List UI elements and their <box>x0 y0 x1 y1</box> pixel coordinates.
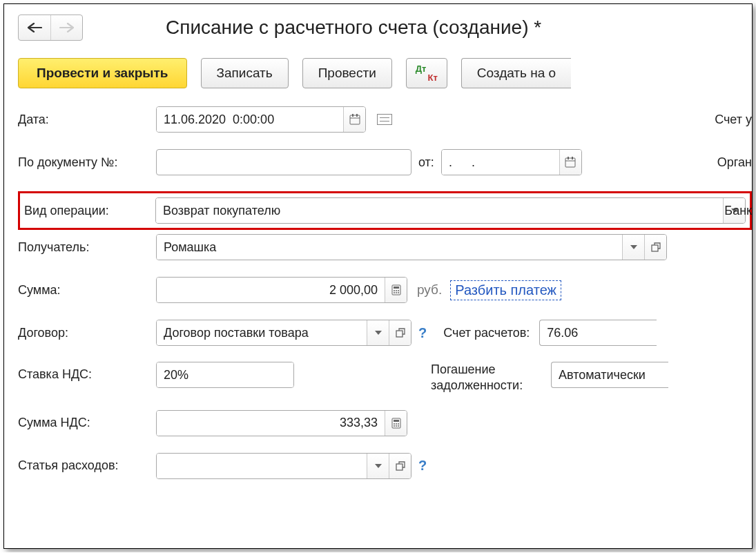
svg-point-13 <box>398 290 399 291</box>
label-account: Счет у <box>687 113 752 127</box>
settlement-account-group: Счет расчетов: <box>443 320 657 346</box>
svg-point-12 <box>396 290 397 291</box>
svg-point-22 <box>398 423 399 425</box>
svg-rect-7 <box>572 157 573 159</box>
svg-rect-6 <box>568 157 569 159</box>
open-icon[interactable] <box>389 454 411 478</box>
svg-rect-10 <box>394 287 399 289</box>
dtkt-button[interactable]: Дт Кт <box>406 58 447 88</box>
debt-repay-group: Погашение задолженности: <box>431 362 668 394</box>
svg-point-25 <box>398 425 399 427</box>
label-doc-no: По документу №: <box>18 155 156 170</box>
calendar-icon[interactable] <box>559 150 581 175</box>
svg-rect-3 <box>356 114 358 117</box>
svg-rect-2 <box>352 114 353 117</box>
page-title: Списание с расчетного счета (создание) * <box>166 17 541 39</box>
calc-icon[interactable] <box>385 411 407 436</box>
svg-point-16 <box>398 292 399 293</box>
contract-input[interactable] <box>157 320 367 345</box>
calc-icon[interactable] <box>385 278 407 302</box>
row-op-type: Вид операции: <box>18 191 752 230</box>
label-sum: Сумма: <box>18 283 156 298</box>
row-recipient: Получатель: <box>18 233 752 261</box>
label-expense-item: Статья расходов: <box>18 458 156 473</box>
recipient-input[interactable] <box>157 235 622 260</box>
doc-no-input[interactable] <box>156 149 411 175</box>
doc-date-input[interactable] <box>442 150 559 175</box>
post-button[interactable]: Провести <box>302 58 392 88</box>
sum-field <box>156 277 407 303</box>
vat-sum-input[interactable] <box>157 411 385 436</box>
open-icon[interactable] <box>389 320 411 345</box>
list-icon[interactable] <box>377 114 392 125</box>
svg-point-15 <box>396 292 397 293</box>
op-type-input[interactable] <box>156 198 723 223</box>
label-op-type: Вид операции: <box>24 204 155 218</box>
doc-date-field <box>441 149 582 175</box>
create-based-on-button[interactable]: Создать на о <box>461 58 571 88</box>
date-input[interactable] <box>157 107 343 132</box>
row-date: Дата: Счет у <box>18 106 752 133</box>
svg-point-11 <box>394 290 395 291</box>
svg-point-21 <box>396 423 397 425</box>
help-icon[interactable]: ? <box>418 325 427 341</box>
dtkt-icon: Дт Кт <box>416 65 438 81</box>
vat-rate-input[interactable] <box>157 362 294 387</box>
dropdown-icon[interactable] <box>367 454 389 478</box>
vat-rate-field <box>156 362 294 388</box>
label-contract: Договор: <box>18 326 156 340</box>
label-vat-sum: Сумма НДС: <box>18 416 156 430</box>
vat-sum-field <box>156 410 407 436</box>
settlement-account-input[interactable] <box>539 320 657 346</box>
op-type-field <box>155 197 746 224</box>
window: Списание с расчетного счета (создание) *… <box>3 3 753 549</box>
help-icon[interactable]: ? <box>418 458 427 474</box>
calendar-icon[interactable] <box>343 107 365 132</box>
post-and-close-button[interactable]: Провести и закрыть <box>18 58 187 88</box>
sum-input[interactable] <box>157 278 385 302</box>
nav-forward-button[interactable] <box>50 15 82 40</box>
debt-repay-input[interactable] <box>551 362 668 388</box>
date-field <box>156 106 366 133</box>
expense-item-field <box>156 453 411 479</box>
expense-item-input[interactable] <box>157 454 367 478</box>
svg-rect-17 <box>396 331 403 337</box>
svg-point-23 <box>394 425 395 427</box>
svg-rect-4 <box>565 158 575 167</box>
row-expense-item: Статья расходов: ? <box>18 452 752 480</box>
label-vat-rate: Ставка НДС: <box>18 362 156 382</box>
label-rub: руб. <box>417 282 442 298</box>
save-button[interactable]: Записать <box>201 58 289 88</box>
recipient-field <box>156 234 667 260</box>
row-vat-rate: Ставка НДС: Погашение задолженности: <box>18 362 752 394</box>
label-debt-repay: Погашение задолженности: <box>431 362 541 394</box>
label-bank: Банк <box>697 204 752 218</box>
row-vat-sum: Сумма НДС: <box>18 409 752 437</box>
nav-back-button[interactable] <box>19 15 50 40</box>
label-settlement-account: Счет расчетов: <box>443 326 530 340</box>
row-sum: Сумма: руб. Разбить платеж <box>18 276 752 304</box>
row-doc: По документу №: от: Орган <box>18 148 752 176</box>
label-organization: Орган <box>690 155 752 170</box>
toolbar: Провести и закрыть Записать Провести Дт … <box>18 58 752 88</box>
dropdown-icon[interactable] <box>622 235 644 260</box>
label-date: Дата: <box>18 113 156 127</box>
row-contract: Договор: ? Счет расчетов: <box>18 319 752 347</box>
contract-field <box>156 320 411 346</box>
open-icon[interactable] <box>644 235 666 260</box>
dropdown-icon[interactable] <box>367 320 389 345</box>
svg-rect-0 <box>350 115 360 124</box>
nav-buttons <box>18 14 83 41</box>
svg-point-24 <box>396 425 397 427</box>
svg-rect-19 <box>394 420 399 422</box>
svg-point-20 <box>394 423 395 425</box>
label-ot: от: <box>418 155 434 170</box>
svg-rect-26 <box>396 464 403 470</box>
svg-rect-8 <box>652 245 658 251</box>
label-recipient: Получатель: <box>18 240 156 255</box>
svg-point-14 <box>394 292 395 293</box>
split-payment-link[interactable]: Разбить платеж <box>450 280 561 300</box>
header-row: Списание с расчетного счета (создание) * <box>18 14 752 41</box>
